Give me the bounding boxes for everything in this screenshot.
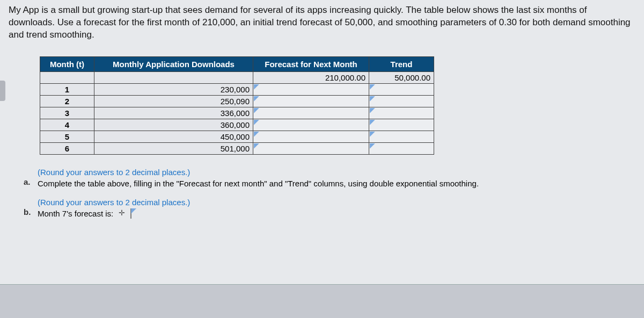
cell-forecast-initial: 210,000.00 — [253, 71, 369, 83]
input-trend-5[interactable] — [369, 131, 434, 142]
input-forecast-5[interactable] — [253, 131, 369, 142]
input-flag-icon — [131, 208, 136, 214]
input-flag-icon — [254, 132, 259, 137]
part-a-text: Complete the table above, filling in the… — [38, 178, 635, 189]
plus-icon[interactable]: ✛ — [118, 208, 126, 217]
cell-month-5: 5 — [40, 131, 94, 142]
input-flag-icon — [370, 96, 375, 102]
input-trend-2[interactable] — [369, 95, 434, 107]
th-month: Month (t) — [40, 56, 94, 71]
round-note-a: (Round your answers to 2 decimal places.… — [38, 167, 635, 178]
input-flag-icon — [254, 143, 259, 149]
part-a-label: a. — [24, 167, 38, 187]
problem-statement: My App is a small but growing start-up t… — [9, 3, 635, 47]
input-flag-icon — [370, 84, 375, 90]
cell-trend-initial: 50,000.00 — [369, 71, 434, 83]
input-trend-3[interactable] — [369, 107, 434, 119]
input-flag-icon — [254, 108, 259, 113]
input-flag-icon — [254, 120, 259, 125]
round-note-b: (Round your answers to 2 decimal places.… — [38, 197, 635, 208]
input-flag-icon — [370, 132, 375, 137]
th-forecast: Forecast for Next Month — [253, 56, 369, 71]
input-trend-6[interactable] — [369, 142, 434, 154]
part-b-text: Month 7's forecast is: — [38, 208, 113, 219]
cell-downloads-4: 360,000 — [94, 119, 253, 131]
input-forecast-3[interactable] — [253, 107, 369, 119]
input-flag-icon — [254, 84, 259, 90]
cell-month-4: 4 — [40, 119, 94, 131]
cell-downloads-6: 501,000 — [94, 142, 253, 154]
th-trend: Trend — [369, 56, 434, 71]
input-flag-icon — [254, 96, 259, 102]
th-downloads: Monthly Application Downloads — [94, 56, 253, 71]
cell-month-3: 3 — [40, 107, 94, 119]
cell-month-2: 2 — [40, 95, 94, 107]
cell-month-initial — [40, 71, 94, 83]
cell-month-1: 1 — [40, 83, 94, 95]
side-tab — [0, 81, 5, 101]
cell-downloads-initial — [94, 71, 253, 83]
input-flag-icon — [370, 120, 375, 125]
desk-surface — [0, 285, 644, 318]
input-forecast-6[interactable] — [253, 142, 369, 154]
cell-month-6: 6 — [40, 142, 94, 154]
input-forecast-1[interactable] — [253, 83, 369, 95]
cell-downloads-2: 250,090 — [94, 95, 253, 107]
cell-downloads-1: 230,000 — [94, 83, 253, 95]
input-trend-1[interactable] — [369, 83, 434, 95]
input-trend-4[interactable] — [369, 119, 434, 131]
data-table: Month (t) Monthly Application Downloads … — [40, 56, 434, 155]
part-b-label: b. — [24, 197, 38, 218]
input-forecast-4[interactable] — [253, 119, 369, 131]
cell-downloads-5: 450,000 — [94, 131, 253, 142]
cell-downloads-3: 336,000 — [94, 107, 253, 119]
input-flag-icon — [370, 143, 375, 149]
input-forecast-2[interactable] — [253, 95, 369, 107]
input-flag-icon — [370, 108, 375, 113]
